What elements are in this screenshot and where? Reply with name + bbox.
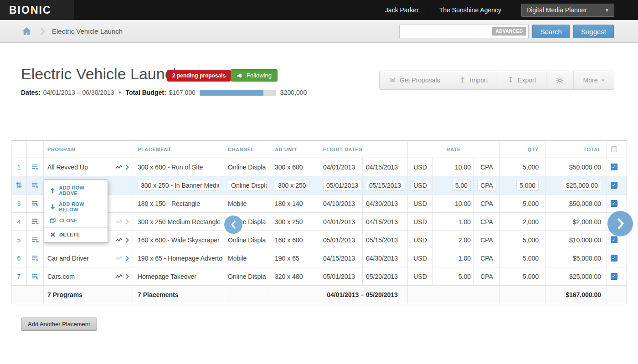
- rate-cell[interactable]: 1.00: [433, 249, 474, 267]
- scroll-left-button[interactable]: [224, 215, 242, 234]
- row-checkbox[interactable]: [611, 255, 617, 261]
- chevron-right-icon[interactable]: [125, 219, 129, 225]
- flight-start-cell[interactable]: 04/01/2013: [317, 158, 363, 176]
- pending-proposals-badge[interactable]: 2 pending proposals: [167, 70, 231, 82]
- get-proposals-button[interactable]: ✉ Get Proposals: [380, 71, 449, 89]
- row-checkbox[interactable]: [611, 273, 617, 280]
- flight-start-cell[interactable]: 04/15/2013: [317, 249, 363, 267]
- search-button[interactable]: Search: [532, 25, 570, 38]
- chevron-right-icon[interactable]: [125, 274, 129, 279]
- qty-cell[interactable]: 5,000: [500, 158, 545, 176]
- currency-cell[interactable]: USD: [408, 267, 433, 285]
- ad-unit-cell[interactable]: 320 x 480: [271, 267, 317, 285]
- ad-unit-cell[interactable]: 300 x 250: [271, 176, 317, 194]
- row-checkbox[interactable]: [611, 200, 617, 207]
- add-another-placement-button[interactable]: Add Another Placement: [21, 318, 97, 331]
- qty-cell[interactable]: 5,000: [500, 195, 545, 212]
- flight-end-cell[interactable]: 04/15/2013: [363, 213, 408, 231]
- channel-cell[interactable]: Mobile: [224, 249, 271, 267]
- rate-cell[interactable]: 5.00: [433, 176, 474, 194]
- scroll-right-button[interactable]: [607, 211, 633, 236]
- flight-start-cell[interactable]: 05/01/2013: [317, 267, 363, 285]
- rate-type-cell[interactable]: CPA: [474, 158, 500, 176]
- rate-cell[interactable]: 5.00: [433, 267, 474, 285]
- rate-cell[interactable]: 1.00: [433, 213, 474, 231]
- row-menu-button[interactable]: [27, 195, 44, 212]
- row-checkbox[interactable]: [611, 164, 617, 170]
- row-menu-button[interactable]: [27, 249, 44, 267]
- ad-unit-cell[interactable]: 300 x 250: [271, 213, 317, 231]
- channel-cell[interactable]: Mobile: [224, 195, 271, 212]
- qty-cell[interactable]: 5,000: [500, 267, 545, 285]
- placement-cell[interactable]: 190 x 65 - Homepage Adverto: [133, 249, 224, 267]
- flight-end-cell[interactable]: 05/15/2013: [363, 231, 408, 249]
- ad-unit-cell[interactable]: 300 x 600: [271, 158, 317, 176]
- qty-cell[interactable]: 5,000: [500, 231, 545, 249]
- currency-cell[interactable]: USD: [408, 231, 433, 249]
- currency-cell[interactable]: USD: [408, 176, 433, 194]
- flight-start-cell[interactable]: 05/01/2013: [317, 176, 363, 194]
- qty-cell[interactable]: 2,000: [500, 213, 545, 231]
- row-menu-button[interactable]: [27, 231, 44, 249]
- rate-type-cell[interactable]: CPA: [474, 213, 500, 231]
- currency-cell[interactable]: USD: [408, 195, 433, 212]
- menu-item-delete[interactable]: DELETE: [44, 227, 108, 240]
- app-selector-dropdown[interactable]: Digital Media Planner ▼: [521, 4, 614, 17]
- chevron-right-icon[interactable]: [125, 164, 129, 170]
- drag-handle-icon[interactable]: ⇅: [16, 181, 22, 190]
- flight-end-cell[interactable]: 04/15/2013: [363, 158, 408, 176]
- channel-cell[interactable]: Online Displa: [224, 231, 271, 249]
- rate-type-cell[interactable]: CPA: [474, 176, 500, 194]
- export-button[interactable]: ↧ Export: [498, 71, 546, 89]
- select-all-checkbox[interactable]: [611, 146, 617, 152]
- import-button[interactable]: ↥ Import: [450, 71, 498, 89]
- placement-cell[interactable]: 300 x 250 - In Banner Medium: [133, 176, 224, 194]
- rate-cell[interactable]: 2.00: [433, 231, 474, 249]
- menu-item-add-row-above[interactable]: ADD ROW ABOVE: [44, 182, 108, 199]
- flight-end-cell[interactable]: 05/15/2013: [363, 176, 408, 194]
- home-button[interactable]: [22, 27, 31, 36]
- rate-type-cell[interactable]: CPA: [474, 267, 500, 285]
- currency-cell[interactable]: USD: [408, 158, 433, 176]
- flight-start-cell[interactable]: 04/01/2013: [317, 213, 363, 231]
- settings-button[interactable]: [546, 71, 573, 89]
- currency-cell[interactable]: USD: [408, 249, 433, 267]
- ad-unit-cell[interactable]: 190 x 65: [271, 249, 317, 267]
- row-menu-button[interactable]: [27, 176, 44, 194]
- rate-type-cell[interactable]: CPA: [474, 231, 500, 249]
- qty-cell[interactable]: 5,000: [500, 249, 545, 267]
- ad-unit-cell[interactable]: 160 x 600: [271, 231, 317, 249]
- menu-item-clone[interactable]: CLONE: [44, 215, 108, 226]
- menu-item-add-row-below[interactable]: ADD ROW BELOW: [44, 199, 108, 215]
- more-button[interactable]: More ▾: [573, 71, 614, 89]
- rate-cell[interactable]: 10.00: [433, 195, 474, 212]
- rate-type-cell[interactable]: CPA: [474, 249, 500, 267]
- currency-cell[interactable]: USD: [408, 213, 433, 231]
- row-menu-button[interactable]: [27, 158, 44, 176]
- channel-cell[interactable]: Online Displa: [224, 158, 271, 176]
- program-cell[interactable]: Car and Driver: [44, 249, 133, 267]
- program-cell[interactable]: Cars.com: [44, 267, 133, 285]
- row-menu-button[interactable]: [27, 213, 44, 231]
- row-menu-button[interactable]: [27, 267, 44, 285]
- flight-end-cell[interactable]: 05/20/2013: [363, 267, 408, 285]
- suggest-button[interactable]: Suggest: [573, 25, 614, 38]
- flight-start-cell[interactable]: 05/01/2013: [317, 231, 363, 249]
- chevron-right-icon[interactable]: [125, 256, 129, 261]
- row-checkbox[interactable]: [611, 236, 617, 243]
- following-button[interactable]: Following: [231, 69, 278, 82]
- rate-cell[interactable]: 10.00: [433, 158, 474, 176]
- advanced-search-toggle[interactable]: ADVANCED: [492, 27, 526, 36]
- flight-end-cell[interactable]: 04/30/2013: [363, 249, 408, 267]
- channel-cell[interactable]: Online Displa: [224, 176, 271, 194]
- placement-cell[interactable]: 180 x 150 - Rectangle: [133, 195, 224, 212]
- channel-cell[interactable]: Online Displa: [224, 267, 271, 285]
- row-checkbox[interactable]: [611, 182, 617, 189]
- flight-start-cell[interactable]: 04/10/2013: [317, 195, 363, 212]
- rate-type-cell[interactable]: CPA: [474, 195, 500, 212]
- flight-end-cell[interactable]: 04/30/2013: [363, 195, 408, 212]
- qty-cell[interactable]: 5,000: [500, 176, 545, 194]
- placement-cell[interactable]: 300 x 600 - Run of Site: [133, 158, 224, 176]
- placement-cell[interactable]: 160 x 600 - Wide Skyscraper: [133, 231, 224, 249]
- ad-unit-cell[interactable]: 180 x 140: [271, 195, 317, 212]
